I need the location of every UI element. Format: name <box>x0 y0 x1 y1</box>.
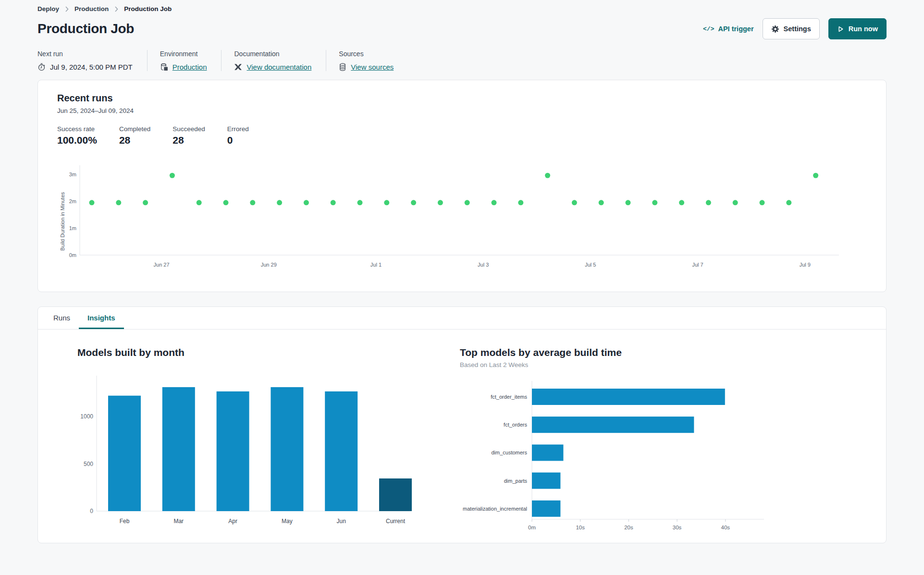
run-point[interactable] <box>250 200 255 205</box>
run-point[interactable] <box>304 200 309 205</box>
run-point[interactable] <box>223 200 229 205</box>
run-point[interactable] <box>518 200 523 205</box>
run-point[interactable] <box>116 200 121 205</box>
model-bar <box>532 473 560 489</box>
recent-runs-card: Recent runs Jun 25, 2024–Jul 09, 2024 Su… <box>37 80 887 292</box>
axis-tick-label: Jun 29 <box>261 262 277 268</box>
environment-icon <box>160 63 168 71</box>
model-bar <box>532 444 563 461</box>
chevron-right-icon <box>114 6 118 12</box>
axis-tick-label: May <box>282 518 293 525</box>
environment-label: Environment <box>160 50 207 58</box>
run-point[interactable] <box>331 200 336 205</box>
next-run-value: Jul 9, 2024, 5:00 PM PDT <box>50 63 133 71</box>
recent-runs-stats: Success rate 100.00% Completed 28 Succee… <box>57 125 867 146</box>
top-models-subtitle: Based on Last 2 Weeks <box>460 361 867 368</box>
models-by-month-title: Models built by month <box>77 347 446 358</box>
scatter-y-axis-label: Build Duration in Minutes <box>57 161 68 281</box>
settings-button[interactable]: Settings <box>763 18 820 39</box>
run-point[interactable] <box>652 200 657 205</box>
run-point[interactable] <box>733 200 738 205</box>
page-title: Production Job <box>37 21 134 37</box>
recent-runs-date-range: Jun 25, 2024–Jul 09, 2024 <box>57 107 867 114</box>
run-point[interactable] <box>545 173 550 178</box>
run-point[interactable] <box>357 200 363 205</box>
axis-tick-label: Mar <box>173 518 184 525</box>
view-sources-link[interactable]: View sources <box>351 63 394 71</box>
axis-tick-label: Jul 9 <box>800 262 811 268</box>
breadcrumb: Deploy Production Production Job <box>37 0 887 12</box>
run-point[interactable] <box>760 200 765 205</box>
stat-succeeded: Succeeded 28 <box>172 125 205 146</box>
run-point[interactable] <box>572 200 577 205</box>
run-point[interactable] <box>438 200 443 205</box>
settings-label: Settings <box>784 25 811 33</box>
axis-tick-label: 40s <box>721 525 730 530</box>
top-models-title: Top models by average build time <box>460 347 867 358</box>
axis-tick-label: dim_customers <box>491 450 527 455</box>
next-run-label: Next run <box>37 50 133 58</box>
insights-card: Runs Insights Models built by month 0500… <box>37 306 887 543</box>
breadcrumb-current: Production Job <box>124 5 172 12</box>
run-point[interactable] <box>813 173 818 178</box>
axis-tick-label: Jul 5 <box>585 262 596 268</box>
api-trigger-link[interactable]: </> API trigger <box>703 25 754 33</box>
month-bar <box>325 391 357 511</box>
scatter-plot: 0m1m2m3mJun 27Jun 29Jul 1Jul 3Jul 5Jul 7… <box>68 161 841 279</box>
axis-tick-label: 0 <box>90 508 93 514</box>
dbt-docs-icon <box>234 63 242 71</box>
run-point[interactable] <box>599 200 604 205</box>
model-bar <box>532 389 725 405</box>
view-documentation-link[interactable]: View documentation <box>246 63 311 71</box>
run-point[interactable] <box>89 200 95 205</box>
run-point[interactable] <box>384 200 389 205</box>
axis-tick-label: Feb <box>120 518 130 525</box>
run-point[interactable] <box>143 200 148 205</box>
axis-tick-label: Jun 27 <box>154 262 170 268</box>
axis-tick-label: 1m <box>69 225 76 231</box>
breadcrumb-deploy[interactable]: Deploy <box>37 5 59 12</box>
model-bar <box>532 416 694 433</box>
clock-icon <box>37 63 46 71</box>
month-bar <box>217 391 249 511</box>
axis-tick-label: 0m <box>69 252 76 258</box>
stat-completed: Completed 28 <box>119 125 150 146</box>
run-point[interactable] <box>626 200 631 205</box>
run-point[interactable] <box>786 200 791 205</box>
play-icon <box>837 25 844 33</box>
code-icon: </> <box>703 25 714 33</box>
gear-icon <box>771 25 779 33</box>
axis-tick-label: 0m <box>528 525 536 530</box>
breadcrumb-production[interactable]: Production <box>74 5 109 12</box>
axis-tick-label: 500 <box>84 461 93 467</box>
models-by-month-chart: 05001000FebMarAprMayJunCurrent <box>77 358 446 543</box>
run-point[interactable] <box>411 200 416 205</box>
environment-link[interactable]: Production <box>172 63 207 71</box>
run-point[interactable] <box>465 200 470 205</box>
run-point[interactable] <box>706 200 711 205</box>
run-point[interactable] <box>679 200 684 205</box>
chevron-right-icon <box>65 6 69 12</box>
run-point[interactable] <box>170 173 175 178</box>
tab-runs[interactable]: Runs <box>45 307 79 329</box>
axis-tick-label: 30s <box>673 525 682 530</box>
top-models-chart: 0m10s20s30s40sfct_order_itemsfct_ordersd… <box>460 368 867 538</box>
hbar-chart: 0m10s20s30s40sfct_order_itemsfct_ordersd… <box>460 375 770 536</box>
stat-success-rate: Success rate 100.00% <box>57 125 97 146</box>
run-point[interactable] <box>492 200 497 205</box>
database-icon <box>339 63 346 71</box>
run-point[interactable] <box>197 200 202 205</box>
api-trigger-label: API trigger <box>718 25 753 33</box>
recent-runs-title: Recent runs <box>57 93 867 104</box>
job-info-row: Next run Jul 9, 2024, 5:00 PM PDT Enviro… <box>37 50 887 71</box>
bar-chart: 05001000FebMarAprMayJunCurrent <box>77 372 414 541</box>
month-bar <box>379 478 412 511</box>
run-point[interactable] <box>277 200 282 205</box>
axis-tick-label: Current <box>386 518 406 525</box>
tab-insights[interactable]: Insights <box>79 307 124 329</box>
axis-tick-label: dim_parts <box>504 478 528 484</box>
axis-tick-label: fct_order_items <box>491 394 527 400</box>
run-now-button[interactable]: Run now <box>828 18 887 39</box>
recent-runs-chart: 0m1m2m3mJun 27Jun 29Jul 1Jul 3Jul 5Jul 7… <box>68 161 867 281</box>
stat-errored: Errored 0 <box>227 125 249 146</box>
